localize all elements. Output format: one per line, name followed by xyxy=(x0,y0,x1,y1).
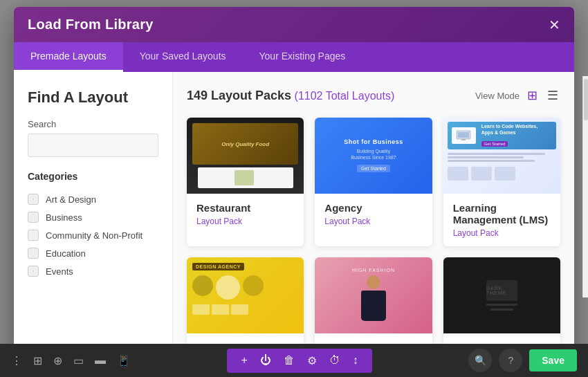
view-mode-controls: View Mode ⊞ ☰ xyxy=(475,86,560,105)
card-type-lms: Layout Pack xyxy=(453,228,551,238)
main-content: 149 Layout Packs (1102 Total Layouts) Vi… xyxy=(173,72,574,367)
list-view-button[interactable]: ☰ xyxy=(545,86,560,105)
dots-icon[interactable]: ⋮ xyxy=(11,354,22,367)
help-button[interactable]: ? xyxy=(499,349,522,372)
card-name-lms: Learning Management (LMS) xyxy=(453,202,551,226)
lms-body xyxy=(448,151,556,163)
category-checkbox-business[interactable] xyxy=(28,212,39,223)
card-name-agency: Agency xyxy=(324,202,422,214)
search-input[interactable] xyxy=(28,134,158,157)
card-preview-restaurant: Only Quality Food xyxy=(187,118,304,194)
toolbar-right: 🔍 ? Save xyxy=(468,349,577,372)
card-info-restaurant: Restaurant Layout Pack xyxy=(187,194,304,235)
card-preview-lms: Learn to Code Websites,Apps & Games Get … xyxy=(443,118,560,194)
bottom-toolbar: ⋮ ⊞ ⊕ ▭ ▬ 📱 + ⏻ 🗑 ⚙ ⏱ ↕ 🔍 ? Save xyxy=(0,344,588,377)
modal-container: Load From Library ✕ Premade Layouts Your… xyxy=(14,7,574,367)
category-checkbox-events[interactable] xyxy=(28,266,39,277)
card-name-restaurant: Restaurant xyxy=(196,202,294,214)
lms-banner: Learn to Code Websites,Apps & Games Get … xyxy=(448,122,556,149)
packs-title: 149 Layout Packs (1102 Total Layouts) xyxy=(187,89,394,103)
tab-existing[interactable]: Your Existing Pages xyxy=(243,42,362,72)
design-circles xyxy=(192,275,298,300)
tab-saved[interactable]: Your Saved Layouts xyxy=(123,42,243,72)
modal-header: Load From Library ✕ xyxy=(14,7,574,42)
sort-icon[interactable]: ↕ xyxy=(353,354,358,367)
card-type-restaurant: Layout Pack xyxy=(196,217,294,226)
modal-title: Load From Library xyxy=(28,17,154,33)
tab-premade[interactable]: Premade Layouts xyxy=(14,42,123,72)
layout-card-agency[interactable]: Shot for Business Building QualityBusine… xyxy=(315,118,432,246)
search-button[interactable]: 🔍 xyxy=(468,349,492,372)
grid-icon[interactable]: ⊞ xyxy=(33,354,42,367)
card-preview-design: Design Agency xyxy=(187,257,304,333)
toolbar-center: + ⏻ 🗑 ⚙ ⏱ ↕ xyxy=(227,349,371,373)
card-preview-dark: Dark Theme xyxy=(443,257,560,333)
card-info-agency: Agency Layout Pack xyxy=(315,194,432,235)
card-preview-fashion: High Fashion xyxy=(315,257,432,333)
category-checkbox-art-design[interactable] xyxy=(28,194,39,205)
layout-card-lms[interactable]: Learn to Code Websites,Apps & Games Get … xyxy=(443,118,560,246)
search-label: Search xyxy=(28,119,158,129)
sidebar-title: Find A Layout xyxy=(28,89,158,107)
toolbar-left: ⋮ ⊞ ⊕ ▭ ▬ 📱 xyxy=(11,354,131,367)
history-icon[interactable]: ⏱ xyxy=(329,354,340,367)
category-community[interactable]: Community & Non-Profit xyxy=(28,226,158,244)
svg-rect-1 xyxy=(458,132,469,138)
category-events[interactable]: Events xyxy=(28,262,158,280)
mobile-icon[interactable]: 📱 xyxy=(117,354,131,367)
card-type-agency: Layout Pack xyxy=(324,217,422,226)
tablet-icon[interactable]: ▬ xyxy=(95,354,106,367)
svg-rect-2 xyxy=(461,139,466,140)
card-preview-agency: Shot for Business Building QualityBusine… xyxy=(315,118,432,194)
category-checkbox-community[interactable] xyxy=(28,230,39,241)
search-icon: 🔍 xyxy=(475,355,486,366)
close-button[interactable]: ✕ xyxy=(549,18,560,32)
category-art-design[interactable]: Art & Design xyxy=(28,190,158,208)
category-education[interactable]: Education xyxy=(28,244,158,262)
trash-icon[interactable]: 🗑 xyxy=(284,354,295,367)
category-checkbox-education[interactable] xyxy=(28,248,39,259)
grid-view-button[interactable]: ⊞ xyxy=(525,86,540,105)
category-business[interactable]: Business xyxy=(28,208,158,226)
settings-icon[interactable]: ⚙ xyxy=(307,354,317,367)
modal-overlay: Load From Library ✕ Premade Layouts Your… xyxy=(0,0,588,377)
layout-grid: Only Quality Food xyxy=(187,118,560,367)
layout-card-restaurant[interactable]: Only Quality Food xyxy=(187,118,304,246)
categories-title: Categories xyxy=(28,171,158,182)
modal-body: Find A Layout Search Categories Art & De… xyxy=(14,72,574,367)
desktop-icon[interactable]: ▭ xyxy=(73,354,84,367)
help-icon: ? xyxy=(508,355,513,366)
save-button[interactable]: Save xyxy=(529,349,577,371)
card-info-lms: Learning Management (LMS) Layout Pack xyxy=(443,194,560,246)
modal-tabs: Premade Layouts Your Saved Layouts Your … xyxy=(14,42,574,72)
content-header: 149 Layout Packs (1102 Total Layouts) Vi… xyxy=(187,86,560,105)
power-icon[interactable]: ⏻ xyxy=(260,354,271,367)
sidebar: Find A Layout Search Categories Art & De… xyxy=(14,72,173,367)
restaurant-sub-image xyxy=(198,167,293,188)
restaurant-header-image: Only Quality Food xyxy=(192,123,298,165)
add-icon[interactable]: + xyxy=(241,354,247,367)
agency-content: Shot for Business Building QualityBusine… xyxy=(338,133,409,178)
zoom-icon[interactable]: ⊕ xyxy=(53,354,62,367)
